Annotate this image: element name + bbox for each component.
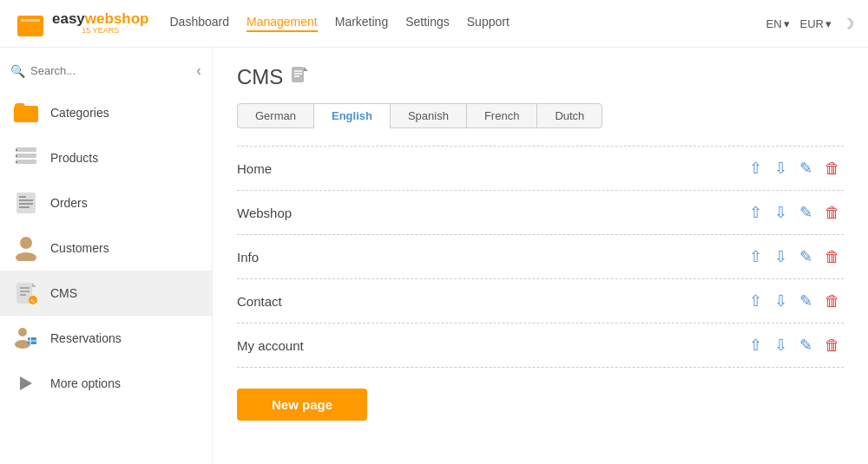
currency-selector[interactable]: EUR ▾ (800, 17, 832, 30)
nav-settings[interactable]: Settings (405, 15, 450, 32)
edit-button[interactable]: ✎ (796, 291, 816, 310)
sidebar-item-customers[interactable]: Customers (0, 225, 212, 271)
svg-rect-2 (16, 147, 36, 152)
move-down-button[interactable]: ⇩ (771, 159, 791, 178)
move-down-button[interactable]: ⇩ (771, 203, 791, 222)
nav-right: EN ▾ EUR ▾ ☽ (766, 16, 854, 32)
tab-english[interactable]: English (313, 103, 391, 128)
cms-row-webshop: Webshop ⇧ ⇩ ✎ 🗑 (237, 191, 844, 235)
cms-page-name: Info (237, 250, 746, 265)
sidebar-item-label: Customers (50, 241, 109, 255)
svg-point-13 (20, 237, 32, 249)
svg-rect-12 (19, 206, 30, 208)
cms-page-name: Contact (237, 294, 746, 309)
sidebar-item-label: Products (50, 151, 98, 165)
svg-rect-4 (16, 160, 36, 164)
logo: easy webshop 15 YEARS (14, 7, 149, 40)
logo-years: 15 YEARS (52, 27, 149, 36)
edit-button[interactable]: ✎ (796, 203, 816, 222)
cms-row-info: Info ⇧ ⇩ ✎ 🗑 (237, 235, 844, 279)
delete-button[interactable]: 🗑 (821, 291, 844, 310)
move-down-button[interactable]: ⇩ (771, 291, 791, 310)
top-nav: easy webshop 15 YEARS Dashboard Manageme… (0, 0, 868, 48)
move-up-button[interactable]: ⇧ (746, 159, 766, 178)
language-selector[interactable]: EN ▾ (766, 17, 789, 30)
delete-button[interactable]: 🗑 (821, 203, 844, 222)
logo-icon (14, 7, 47, 40)
main-content: CMS German English Spanish French Dutch (213, 48, 868, 464)
page-title: CMS (237, 65, 844, 89)
sidebar-item-more-options[interactable]: More options (0, 361, 212, 406)
delete-button[interactable]: 🗑 (821, 159, 844, 178)
row-actions: ⇧ ⇩ ✎ 🗑 (746, 159, 844, 178)
nav-dashboard[interactable]: Dashboard (170, 15, 230, 32)
delete-button[interactable]: 🗑 (821, 336, 844, 355)
logo-webshop: webshop (85, 11, 149, 28)
sidebar-item-label: More options (50, 376, 121, 390)
sidebar-item-label: Categories (50, 106, 109, 120)
sidebar-item-label: Orders (50, 196, 88, 210)
logo-easy: easy (52, 11, 85, 28)
layout: 🔍 ‹ Categories (0, 48, 868, 464)
orders-icon (12, 189, 40, 217)
new-page-button[interactable]: New page (237, 389, 367, 421)
cms-row-my-account: My account ⇧ ⇩ ✎ 🗑 (237, 323, 844, 368)
row-actions: ⇧ ⇩ ✎ 🗑 (746, 203, 844, 222)
svg-text:✎: ✎ (30, 298, 36, 304)
move-up-button[interactable]: ⇧ (746, 336, 766, 355)
search-bar: 🔍 ‹ (0, 55, 212, 87)
language-tabs: German English Spanish French Dutch (237, 103, 844, 128)
svg-marker-16 (32, 283, 36, 287)
move-up-button[interactable]: ⇧ (746, 291, 766, 310)
cms-row-home: Home ⇧ ⇩ ✎ 🗑 (237, 146, 844, 191)
customers-icon (12, 234, 40, 262)
svg-rect-0 (17, 16, 43, 36)
tab-spanish[interactable]: Spanish (390, 103, 467, 128)
products-icon (12, 144, 40, 172)
sidebar-item-products[interactable]: Products (0, 135, 212, 180)
search-icon: 🔍 (10, 64, 25, 78)
move-up-button[interactable]: ⇧ (746, 203, 766, 222)
dark-mode-icon[interactable]: ☽ (842, 16, 854, 32)
sidebar-item-orders[interactable]: Orders (0, 180, 212, 225)
search-input[interactable] (30, 64, 196, 77)
move-up-button[interactable]: ⇧ (746, 247, 766, 266)
edit-button[interactable]: ✎ (796, 159, 816, 178)
nav-management[interactable]: Management (247, 15, 318, 32)
svg-rect-11 (19, 203, 33, 205)
sidebar-item-label: CMS (50, 286, 77, 300)
row-actions: ⇧ ⇩ ✎ 🗑 (746, 291, 844, 310)
move-down-button[interactable]: ⇩ (771, 247, 791, 266)
cms-rows: Home ⇧ ⇩ ✎ 🗑 Webshop ⇧ ⇩ ✎ 🗑 Info (237, 146, 844, 368)
edit-button[interactable]: ✎ (796, 336, 816, 355)
more-options-icon (12, 369, 40, 397)
tab-french[interactable]: French (466, 103, 537, 128)
cms-page-name: Home (237, 161, 746, 176)
cms-row-contact: Contact ⇧ ⇩ ✎ 🗑 (237, 279, 844, 323)
tab-dutch[interactable]: Dutch (536, 103, 602, 128)
svg-point-14 (16, 252, 36, 261)
svg-rect-10 (19, 199, 33, 201)
svg-rect-6 (16, 155, 17, 157)
row-actions: ⇧ ⇩ ✎ 🗑 (746, 336, 844, 355)
svg-point-22 (18, 328, 27, 337)
nav-marketing[interactable]: Marketing (335, 15, 388, 32)
sidebar-item-reservations[interactable]: Reservations (0, 316, 212, 361)
svg-marker-28 (304, 67, 308, 71)
row-actions: ⇧ ⇩ ✎ 🗑 (746, 247, 844, 266)
move-down-button[interactable]: ⇩ (771, 336, 791, 355)
sidebar-item-categories[interactable]: Categories (0, 90, 212, 135)
sidebar-collapse-button[interactable]: ‹ (196, 62, 201, 80)
sidebar-item-label: Reservations (50, 331, 122, 345)
tab-german[interactable]: German (237, 103, 314, 128)
nav-support[interactable]: Support (467, 15, 510, 32)
svg-rect-1 (21, 19, 40, 22)
svg-rect-27 (292, 67, 304, 82)
edit-button[interactable]: ✎ (796, 247, 816, 266)
svg-rect-7 (16, 161, 17, 163)
sidebar-item-cms[interactable]: ✎ CMS (0, 271, 212, 316)
cms-page-name: My account (237, 338, 746, 353)
nav-links: Dashboard Management Marketing Settings … (170, 15, 766, 32)
cms-title-icon (290, 66, 309, 89)
delete-button[interactable]: 🗑 (821, 247, 844, 266)
